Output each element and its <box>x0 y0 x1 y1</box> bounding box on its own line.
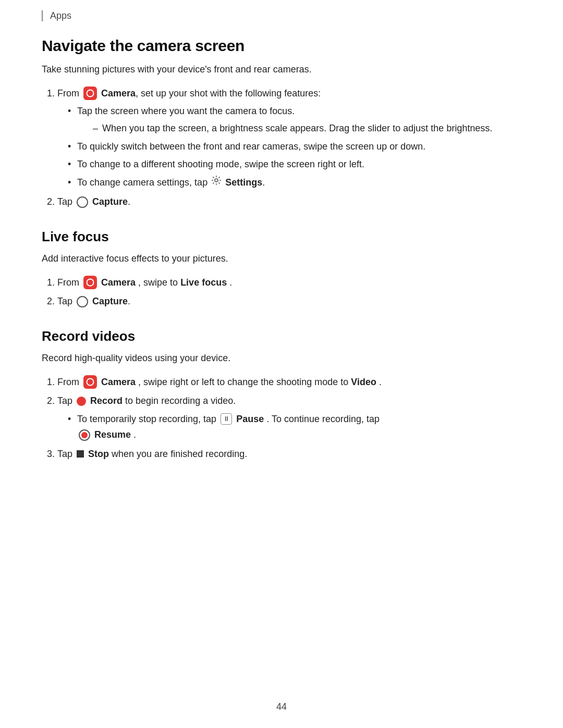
step1-bullets: Tap the screen where you want the camera… <box>57 103 521 191</box>
camera-icon-1 <box>83 87 97 100</box>
record-step-2: Tap Record to begin recording a video. T… <box>57 393 521 443</box>
record-dot-icon <box>77 397 86 406</box>
bullet-settings: To change camera settings, tap Settings. <box>68 175 521 191</box>
capture-icon-1 <box>77 196 88 208</box>
bullet-switch: To quickly switch between the front and … <box>68 139 521 155</box>
livefocus-label: Live focus <box>180 277 227 288</box>
camera-icon-2 <box>83 276 97 289</box>
bullet-mode: To change to a different shooting mode, … <box>68 156 521 172</box>
section-livefocus-intro: Add interactive focus effects to your pi… <box>42 251 521 266</box>
sub-bullet-brightness: When you tap the screen, a brightness sc… <box>93 120 521 137</box>
resume-label: Resume <box>94 429 131 440</box>
pause-icon <box>221 413 232 425</box>
breadcrumb: Apps <box>42 10 521 21</box>
camera-label-2: Camera <box>101 277 136 288</box>
section-navigate-intro: Take stunning pictures with your device'… <box>42 62 521 77</box>
sub-bullets-brightness: When you tap the screen, a brightness sc… <box>77 120 521 137</box>
resume-icon <box>79 429 90 441</box>
settings-label: Settings <box>225 177 262 188</box>
section-navigate-camera: Navigate the camera screen Take stunning… <box>42 37 521 210</box>
pause-label: Pause <box>236 414 264 424</box>
step1-text-main: Camera, set up your shot with the follow… <box>101 88 321 98</box>
step-1: From Camera, set up your shot with the f… <box>57 85 521 191</box>
section-livefocus-steps: From Camera , swipe to Live focus . Tap … <box>42 275 521 310</box>
section-record-intro: Record high-quality videos using your de… <box>42 351 521 366</box>
section-livefocus-title: Live focus <box>42 229 521 245</box>
camera-icon-3 <box>83 375 97 389</box>
page-container: Apps Navigate the camera screen Take stu… <box>0 0 563 728</box>
capture-label-2: Capture <box>92 296 128 306</box>
capture-label-1: Capture <box>92 196 128 207</box>
svg-point-0 <box>215 179 218 182</box>
video-label: Video <box>351 377 376 387</box>
capture-icon-2 <box>77 296 88 307</box>
breadcrumb-text: Apps <box>50 10 71 21</box>
livefocus-step-2: Tap Capture. <box>57 293 521 310</box>
page-number: 44 <box>276 701 287 712</box>
step2-text-before: Tap <box>57 196 75 207</box>
record-step2-bullets: To temporarily stop recording, tap Pause… <box>57 411 521 443</box>
step-2: Tap Capture. <box>57 194 521 210</box>
section-record-title: Record videos <box>42 328 521 344</box>
section-record-videos: Record videos Record high-quality videos… <box>42 328 521 462</box>
section-navigate-steps: From Camera, set up your shot with the f… <box>42 85 521 210</box>
bullet-pause-resume: To temporarily stop recording, tap Pause… <box>68 411 521 443</box>
stop-icon <box>77 450 84 458</box>
record-step-3: Tap Stop when you are finished recording… <box>57 446 521 462</box>
livefocus-step-1: From Camera , swipe to Live focus . <box>57 275 521 291</box>
gear-icon <box>211 175 222 191</box>
section-record-steps: From Camera , swipe right or left to cha… <box>42 374 521 462</box>
camera-label-3: Camera <box>101 377 136 387</box>
stop-label: Stop <box>88 449 109 459</box>
section-live-focus: Live focus Add interactive focus effects… <box>42 229 521 310</box>
record-step-1: From Camera , swipe right or left to cha… <box>57 374 521 390</box>
step1-text-before: From <box>57 88 82 98</box>
bullet-focus: Tap the screen where you want the camera… <box>68 103 521 136</box>
section-navigate-title: Navigate the camera screen <box>42 37 521 55</box>
record-label: Record <box>90 396 123 406</box>
